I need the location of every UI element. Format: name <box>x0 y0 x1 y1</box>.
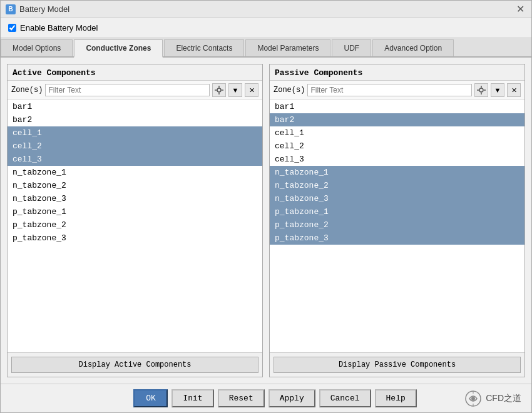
list-item[interactable]: cell_3 <box>8 153 262 166</box>
passive-filter-down-btn[interactable]: ▼ <box>491 83 504 97</box>
passive-panel: Passive Components Zone(s) ▼ ✕ bar1bar2c… <box>269 64 525 377</box>
content-area: Active Components Zone(s) ▼ ✕ bar1bar2ce… <box>1 58 531 384</box>
passive-list: bar1bar2cell_1cell_2cell_3n_tabzone_1n_t… <box>270 100 524 352</box>
titlebar-left: B Battery Model <box>6 4 69 14</box>
list-item[interactable]: n_tabzone_3 <box>270 192 524 205</box>
active-list: bar1bar2cell_1cell_2cell_3n_tabzone_1n_t… <box>8 100 262 352</box>
passive-panel-footer: Display Passive Components <box>270 352 524 377</box>
list-item[interactable]: p_tabzone_3 <box>8 232 262 245</box>
enable-row: Enable Battery Model <box>1 18 531 38</box>
list-item[interactable]: n_tabzone_2 <box>270 179 524 192</box>
help-button[interactable]: Help <box>375 389 417 407</box>
list-item[interactable]: n_tabzone_2 <box>8 179 262 192</box>
active-filter-down-btn[interactable]: ▼ <box>228 83 242 97</box>
cancel-button[interactable]: Cancel <box>319 389 371 407</box>
passive-filter-settings-btn[interactable] <box>474 83 488 97</box>
init-button[interactable]: Init <box>171 389 213 407</box>
active-panel-footer: Display Active Components <box>8 352 262 377</box>
main-window: B Battery Model ✕ Enable Battery Model M… <box>0 0 532 413</box>
list-item[interactable]: cell_1 <box>270 126 524 140</box>
titlebar: B Battery Model ✕ <box>1 1 531 18</box>
list-item[interactable]: bar2 <box>270 113 524 126</box>
panels-row: Active Components Zone(s) ▼ ✕ bar1bar2ce… <box>7 64 525 377</box>
brand-text: CFD之道 <box>486 393 521 404</box>
ok-button[interactable]: OK <box>133 389 168 407</box>
list-item[interactable]: n_tabzone_1 <box>8 166 262 179</box>
list-item[interactable]: n_tabzone_3 <box>8 192 262 205</box>
passive-filter-clear-btn[interactable]: ✕ <box>507 83 521 97</box>
list-item[interactable]: cell_1 <box>8 126 262 140</box>
brand-logo-icon <box>464 390 482 407</box>
passive-panel-header: Passive Components <box>270 64 524 81</box>
enable-checkbox[interactable] <box>8 24 16 32</box>
tab-advanced-option[interactable]: Advanced Option <box>372 39 454 56</box>
passive-filter-label: Zone(s) <box>274 86 305 94</box>
active-panel-header: Active Components <box>8 64 262 81</box>
display-passive-btn[interactable]: Display Passive Components <box>274 357 521 373</box>
tab-model-options[interactable]: Model Options <box>1 39 73 56</box>
active-filter-row: Zone(s) ▼ ✕ <box>8 81 262 100</box>
passive-filter-row: Zone(s) ▼ ✕ <box>270 81 524 100</box>
tab-model-parameters[interactable]: Model Parameters <box>245 39 330 56</box>
list-item[interactable]: p_tabzone_3 <box>270 232 524 245</box>
tab-electric-contacts[interactable]: Electric Contacts <box>164 39 244 56</box>
list-item[interactable]: cell_3 <box>270 153 524 166</box>
svg-point-0 <box>217 88 221 92</box>
active-panel: Active Components Zone(s) ▼ ✕ bar1bar2ce… <box>7 64 263 377</box>
display-active-btn[interactable]: Display Active Components <box>11 357 258 373</box>
list-item[interactable]: p_tabzone_2 <box>270 218 524 232</box>
window-title: Battery Model <box>19 4 69 14</box>
list-item[interactable]: bar1 <box>270 100 524 113</box>
list-item[interactable]: n_tabzone_1 <box>270 166 524 179</box>
enable-label: Enable Battery Model <box>20 23 98 33</box>
svg-point-11 <box>471 397 475 400</box>
list-item[interactable]: p_tabzone_1 <box>8 205 262 218</box>
app-icon: B <box>6 4 16 14</box>
list-item[interactable]: bar2 <box>8 113 262 126</box>
brand-area: CFD之道 <box>464 390 521 407</box>
list-item[interactable]: cell_2 <box>8 140 262 153</box>
bottom-buttons: OK Init Reset Apply Cancel Help <box>86 389 464 407</box>
passive-filter-input[interactable] <box>307 84 472 96</box>
apply-button[interactable]: Apply <box>269 389 315 407</box>
active-filter-settings-btn[interactable] <box>212 83 226 97</box>
list-item[interactable]: p_tabzone_2 <box>8 218 262 232</box>
reset-button[interactable]: Reset <box>218 389 265 407</box>
bottom-bar: OK Init Reset Apply Cancel Help CFD之道 <box>1 384 531 412</box>
list-item[interactable]: p_tabzone_1 <box>270 205 524 218</box>
list-item[interactable]: cell_2 <box>270 140 524 153</box>
tab-udf[interactable]: UDF <box>332 39 371 56</box>
list-item[interactable]: bar1 <box>8 100 262 113</box>
active-filter-clear-btn[interactable]: ✕ <box>245 83 258 97</box>
tab-conductive-zones[interactable]: Conductive Zones <box>74 39 163 58</box>
active-filter-label: Zone(s) <box>11 86 43 94</box>
svg-point-5 <box>479 88 483 92</box>
close-button[interactable]: ✕ <box>514 3 526 16</box>
active-filter-input[interactable] <box>45 84 210 96</box>
tabs-bar: Model Options Conductive Zones Electric … <box>1 38 531 58</box>
